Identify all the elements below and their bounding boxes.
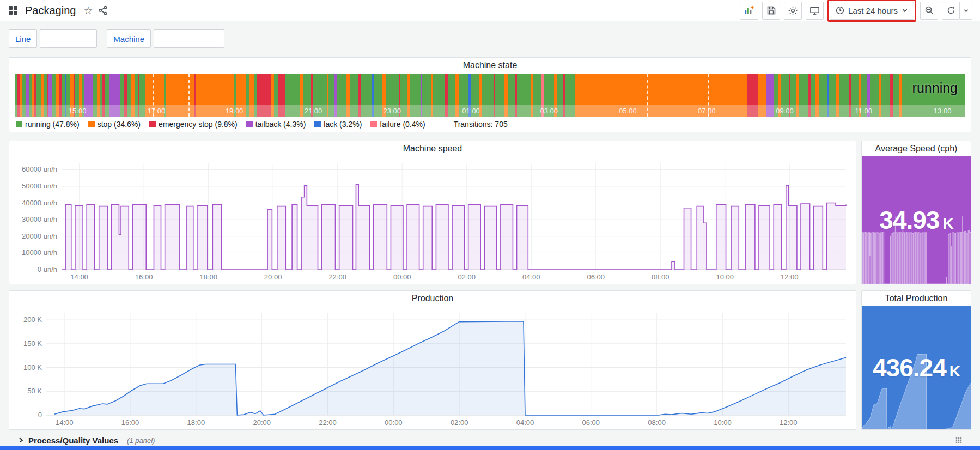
svg-text:200 K: 200 K — [23, 315, 42, 324]
legend-label: running (47.8%) — [25, 120, 80, 129]
dashboard-settings-button[interactable] — [784, 2, 802, 20]
total-production-panel-title[interactable]: Total Production — [862, 291, 971, 306]
svg-text:14:00: 14:00 — [56, 418, 74, 427]
state-segment — [105, 74, 109, 117]
state-segment — [313, 74, 327, 117]
refresh-button[interactable] — [942, 2, 960, 20]
tv-mode-button[interactable] — [806, 2, 824, 20]
svg-text:22:00: 22:00 — [319, 418, 337, 427]
svg-text:16:00: 16:00 — [135, 273, 153, 281]
average-speed-value: 34.93 — [879, 205, 939, 235]
state-segment — [120, 74, 124, 117]
chevron-down-icon — [963, 8, 969, 14]
svg-text:20:00: 20:00 — [253, 418, 271, 427]
legend-item[interactable]: emergency stop (9.8%) — [149, 120, 238, 129]
state-segment — [337, 74, 346, 117]
state-segment — [495, 74, 504, 117]
refresh-interval-dropdown[interactable] — [959, 2, 972, 20]
clock-icon — [836, 6, 844, 15]
legend-label: stop (34.6%) — [98, 120, 141, 129]
svg-text:10:00: 10:00 — [716, 273, 734, 281]
state-segment — [246, 74, 249, 117]
state-segment — [758, 74, 766, 117]
state-segment — [766, 74, 774, 117]
machine-state-panel-title[interactable]: Machine state — [9, 58, 971, 73]
production-chart[interactable]: 14:0016:0018:0020:0022:0000:0002:0004:00… — [11, 307, 854, 428]
state-segment — [557, 74, 563, 117]
state-segment — [448, 74, 455, 117]
state-segment — [274, 74, 278, 117]
state-segment — [346, 74, 350, 117]
line-variable-input[interactable] — [40, 29, 97, 48]
svg-text:06:00: 06:00 — [587, 273, 605, 281]
legend-item[interactable]: stop (34.6%) — [88, 120, 141, 129]
state-segment — [575, 74, 747, 117]
state-segment — [881, 74, 890, 117]
page-title: Packaging — [25, 4, 76, 17]
machine-speed-chart[interactable]: 14:0016:0018:0020:0022:0000:0002:0004:00… — [11, 157, 854, 283]
state-segment — [75, 74, 79, 117]
svg-text:22:00: 22:00 — [328, 273, 346, 281]
share-icon[interactable] — [98, 5, 108, 15]
zoom-out-icon — [924, 5, 934, 15]
transitions-count: Transitions: 705 — [454, 120, 508, 129]
machine-variable-input[interactable] — [154, 29, 224, 48]
zoom-out-button[interactable] — [920, 2, 938, 20]
dashboard-header: Packaging ☆ Last 24 hours — [0, 0, 980, 21]
legend-item[interactable]: running (47.8%) — [16, 120, 80, 129]
legend-label: emergency stop (9.8%) — [159, 120, 238, 129]
state-segment — [839, 74, 849, 117]
svg-text:14:00: 14:00 — [70, 273, 88, 281]
production-panel: Production 14:0016:0018:0020:0022:0000:0… — [9, 290, 856, 430]
dashboard-grid-icon[interactable] — [8, 5, 19, 16]
state-segment — [196, 74, 234, 117]
svg-text:20000 un/h: 20000 un/h — [22, 232, 57, 240]
save-dashboard-button[interactable] — [762, 2, 780, 20]
svg-text:20:00: 20:00 — [264, 273, 282, 281]
add-panel-button[interactable] — [740, 2, 758, 20]
time-range-picker[interactable]: Last 24 hours — [830, 2, 914, 20]
state-segment — [410, 74, 421, 117]
collapsed-row-title: Process/Quality Values — [28, 436, 118, 445]
state-segment — [303, 74, 311, 117]
legend-item[interactable]: lack (3.2%) — [314, 120, 362, 129]
state-segment — [870, 74, 879, 117]
svg-text:00:00: 00:00 — [393, 273, 411, 281]
collapsed-row-process-quality[interactable]: Process/Quality Values (1 panel) — [17, 433, 963, 446]
svg-text:08:00: 08:00 — [648, 418, 666, 427]
legend-swatch — [246, 121, 253, 127]
svg-text:60000 un/h: 60000 un/h — [22, 165, 57, 173]
star-icon[interactable]: ☆ — [83, 5, 93, 16]
svg-text:10:00: 10:00 — [714, 418, 732, 427]
legend-item[interactable]: failure (0.4%) — [370, 120, 425, 129]
bottom-accent-strip — [0, 446, 980, 450]
state-segment — [109, 74, 121, 117]
machine-state-timeline[interactable] — [15, 74, 965, 117]
row-drag-handle-icon[interactable] — [955, 436, 963, 444]
state-segment — [350, 74, 358, 117]
legend-item[interactable]: tailback (4.3%) — [246, 120, 306, 129]
collapsed-row-panel-count: (1 panel) — [127, 436, 155, 445]
state-segment — [482, 74, 494, 117]
state-segment — [48, 74, 52, 117]
total-production-value: 436.24 — [873, 353, 946, 382]
machine-speed-panel-title[interactable]: Machine speed — [9, 141, 856, 156]
state-segment — [257, 74, 271, 117]
state-segment — [145, 74, 164, 117]
state-segment — [285, 74, 289, 117]
state-segment — [22, 74, 26, 117]
state-segment — [66, 74, 70, 117]
machine-state-timeline-wrap[interactable]: 15:0017:0019:0021:0023:0001:0003:0005:00… — [15, 74, 965, 117]
legend-swatch — [314, 121, 321, 127]
average-speed-panel-title[interactable]: Average Speed (cph) — [862, 141, 971, 156]
svg-text:12:00: 12:00 — [781, 273, 799, 281]
state-segment — [893, 74, 899, 117]
svg-text:18:00: 18:00 — [199, 273, 217, 281]
state-segment — [815, 74, 819, 117]
state-segment — [93, 74, 97, 117]
state-segment — [166, 74, 194, 117]
svg-text:02:00: 02:00 — [451, 418, 468, 427]
production-panel-title[interactable]: Production — [9, 291, 856, 306]
chevron-down-icon — [902, 7, 908, 14]
state-segment — [902, 74, 914, 117]
